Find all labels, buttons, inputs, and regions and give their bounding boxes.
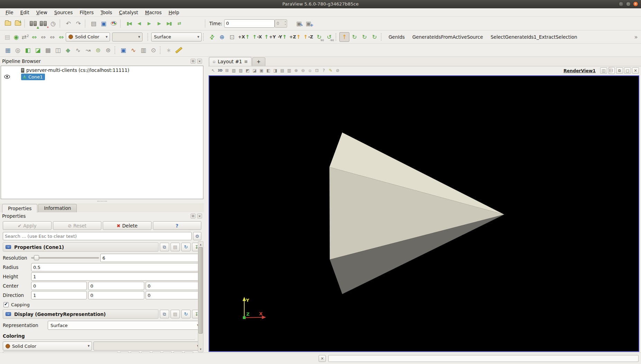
menu-file[interactable]: File — [2, 9, 17, 16]
restore-display-defaults-icon[interactable]: ↻ — [181, 310, 191, 318]
close-view-icon[interactable]: ✕ — [632, 67, 639, 74]
rescale-temporal-range-icon[interactable]: ⇔ — [141, 352, 150, 353]
rescale-visible-range-icon[interactable]: ⇔ — [152, 352, 161, 353]
tab-properties[interactable]: Properties — [2, 204, 37, 213]
select-cells-through-icon[interactable]: ◩ — [244, 67, 251, 74]
rescale-data-range-icon[interactable]: ⇔ — [120, 352, 129, 353]
help-button[interactable]: ? — [153, 221, 202, 230]
edit-color-legend-icon[interactable]: ✎ — [184, 352, 193, 353]
view-plus-y-button[interactable]: ↑+Y — [263, 32, 277, 42]
grow-selection-icon[interactable]: ⊕ — [293, 67, 300, 74]
maximize-view-icon[interactable]: ▢ — [624, 67, 631, 74]
undo-icon[interactable]: ↶ — [63, 19, 73, 28]
display-section-header[interactable]: –Display (GeometryRepresentation) — [3, 309, 158, 319]
close-panel-icon[interactable]: ✕ — [197, 214, 202, 218]
scroll-down-icon[interactable]: ▾ — [199, 347, 203, 352]
plot-selection-over-time-icon[interactable]: ▥ — [138, 45, 148, 55]
add-camera-link-icon[interactable]: ▣+ — [305, 19, 315, 28]
calculator-filter-icon[interactable]: ▦ — [3, 45, 13, 55]
capping-checkbox[interactable]: ✔ — [3, 302, 9, 307]
open-file-icon[interactable] — [3, 19, 13, 28]
view-minus-y-button[interactable]: -Y↑ — [277, 32, 288, 42]
hover-points-icon[interactable]: ▥ — [286, 67, 293, 74]
paste-display-icon[interactable]: ▤ — [171, 310, 180, 318]
paste-properties-icon[interactable]: ▤ — [171, 243, 180, 251]
macro-genids-button[interactable]: GenIds — [385, 32, 409, 41]
disconnect-server-icon[interactable]: ✶ — [38, 19, 48, 28]
close-tab-icon[interactable]: ⊠ — [245, 59, 248, 64]
extract-subset-filter-icon[interactable]: ◫ — [53, 45, 63, 55]
restore-defaults-icon[interactable]: ↻ — [181, 243, 191, 251]
show-center-of-rotation-icon[interactable]: ↻ — [349, 32, 359, 42]
connect-server-icon[interactable]: ▲ — [28, 19, 38, 28]
rotate-90-cw-icon[interactable]: ↻90 — [314, 32, 324, 42]
previous-frame-icon[interactable]: ◀ — [134, 19, 144, 28]
frame-index-spinner[interactable]: 0▴▾ — [275, 19, 287, 28]
screenshot-icon[interactable]: ▣ — [99, 19, 109, 28]
timer-icon[interactable]: ◷ — [48, 19, 58, 28]
view-minus-z-button[interactable]: ↑-Z — [302, 32, 314, 42]
macro-selectgenerateids-button[interactable]: SelectGenerateIds1_ExtractSelection — [487, 32, 581, 41]
menu-sources[interactable]: Sources — [51, 9, 76, 16]
toolbar-overflow-icon[interactable]: » — [631, 32, 641, 42]
dock-view-splitter[interactable] — [204, 57, 208, 353]
interact-mode-icon[interactable]: ↖ — [210, 67, 217, 74]
zoom-to-box-mini-icon[interactable]: ⊡ — [313, 67, 320, 74]
first-frame-icon[interactable]: ▮◀ — [124, 19, 134, 28]
visibility-eye-icon[interactable] — [4, 75, 10, 79]
interactive-select-cells-icon[interactable]: ◧ — [265, 67, 272, 74]
menu-view[interactable]: View — [33, 9, 51, 16]
properties-scrollbar[interactable]: ▴ ▾ — [198, 241, 203, 352]
minimize-icon[interactable]: – — [619, 1, 624, 7]
delete-button[interactable]: ✖Delete — [103, 221, 152, 230]
toggle-color-legend-icon[interactable]: ▤ — [3, 32, 12, 42]
rescale-to-data-range-icon[interactable]: ⇔ — [30, 32, 39, 42]
last-frame-icon[interactable]: ▶▮ — [164, 19, 174, 28]
show-color-legend-icon[interactable]: ▤ — [173, 352, 183, 353]
color-by-dropdown[interactable]: Solid Color — [66, 32, 110, 41]
slice-filter-icon[interactable]: ◪ — [33, 45, 43, 55]
glyph-filter-icon[interactable]: ◆ — [63, 45, 73, 55]
search-options-gear-icon[interactable]: ⚙ — [193, 232, 201, 240]
float-panel-icon[interactable]: ⧉ — [191, 59, 195, 64]
direction-x-input[interactable] — [31, 291, 87, 299]
probe-location-icon[interactable]: ⊙ — [148, 45, 158, 55]
coloring-color-by-combo[interactable]: Solid Color — [3, 342, 92, 351]
redo-icon[interactable]: ↷ — [73, 19, 83, 28]
axes-grid-icon[interactable]: ⊞ — [223, 67, 230, 74]
close-icon[interactable]: ✕ — [633, 1, 638, 7]
rescale-to-custom-range-icon[interactable]: ⇔ — [39, 32, 48, 42]
resolution-input[interactable] — [100, 254, 201, 262]
search-input[interactable] — [3, 232, 192, 240]
plot-over-line-icon[interactable]: ∿ — [128, 45, 138, 55]
select-points-on-icon[interactable]: ▨ — [237, 67, 244, 74]
radius-input[interactable] — [31, 263, 201, 271]
disable-selection-icon[interactable]: ⊘ — [334, 67, 341, 74]
edit-color-map-icon[interactable]: ◉ — [12, 32, 21, 42]
color-palette-icon[interactable] — [109, 19, 119, 28]
copy-display-icon[interactable]: ⧉ — [160, 310, 169, 318]
clip-filter-icon[interactable]: ◧ — [23, 45, 33, 55]
apply-button[interactable]: ✔Apply — [3, 221, 52, 230]
select-points-through-icon[interactable]: ◪ — [251, 67, 258, 74]
contour-filter-icon[interactable]: ◎ — [13, 45, 23, 55]
warp-filter-icon[interactable]: ↝ — [83, 45, 93, 55]
menu-catalyst[interactable]: Catalyst — [116, 9, 141, 16]
direction-z-input[interactable] — [146, 291, 201, 299]
save-data-icon[interactable]: ↓ — [13, 19, 23, 28]
resolution-slider-handle[interactable] — [34, 255, 39, 260]
copy-properties-icon[interactable]: ⧉ — [160, 243, 169, 251]
cone-section-header[interactable]: –Properties (Cone1) — [3, 242, 158, 252]
center-y-input[interactable] — [88, 282, 144, 290]
reset-button[interactable]: ⊘Reset — [53, 221, 102, 230]
rescale-to-visible-range-icon[interactable]: ⇔ — [57, 32, 66, 42]
zoom-to-data-icon[interactable]: ⊕ — [217, 32, 227, 42]
split-horizontal-icon[interactable]: ◫ — [600, 67, 607, 74]
view-minus-x-button[interactable]: ↑-X — [251, 32, 263, 42]
pick-center-of-rotation-icon[interactable]: ↻ — [359, 32, 369, 42]
close-panel-icon[interactable]: ✕ — [197, 59, 202, 64]
time-input[interactable] — [224, 19, 275, 28]
representation-dropdown[interactable]: Surface — [151, 32, 202, 41]
macro-generateids-button[interactable]: GenerateIdsFromActiveSource — [409, 32, 487, 41]
zoom-to-box-icon[interactable]: ⊡ — [227, 32, 237, 42]
